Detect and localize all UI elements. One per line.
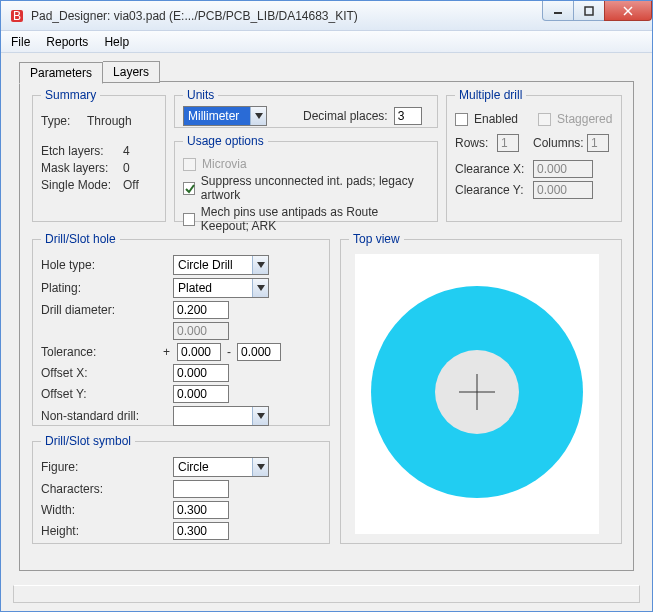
chevron-down-icon	[252, 407, 268, 425]
hole-type-combo[interactable]: Circle Drill	[173, 255, 269, 275]
app-icon: B	[9, 8, 25, 24]
multiple-drill-legend: Multiple drill	[455, 88, 526, 102]
summary-mask-value: 0	[123, 161, 130, 175]
svg-text:B: B	[13, 9, 21, 23]
plating-value: Plated	[174, 279, 252, 297]
units-group: Units Millimeter Decimal places:	[174, 88, 438, 128]
tolerance-minus-input[interactable]	[237, 343, 281, 361]
tolerance-label: Tolerance:	[41, 345, 157, 359]
figure-value: Circle	[174, 458, 252, 476]
summary-mask-label: Mask layers:	[41, 161, 117, 175]
offset-y-input[interactable]	[173, 385, 229, 403]
figure-label: Figure:	[41, 460, 167, 474]
height-input[interactable]	[173, 522, 229, 540]
chevron-down-icon	[250, 107, 266, 125]
offset-x-label: Offset X:	[41, 366, 167, 380]
units-value: Millimeter	[184, 107, 250, 125]
menu-help[interactable]: Help	[104, 35, 129, 49]
menubar: File Reports Help	[1, 31, 652, 53]
columns-input	[587, 134, 609, 152]
offset-x-input[interactable]	[173, 364, 229, 382]
window-title: Pad_Designer: via03.pad (E:.../PCB/PCB_L…	[31, 9, 358, 23]
chevron-down-icon	[252, 279, 268, 297]
clearance-y-label: Clearance Y:	[455, 183, 527, 197]
close-button[interactable]	[604, 1, 652, 21]
microvia-checkbox	[183, 158, 196, 171]
suppress-checkbox[interactable]	[183, 182, 195, 195]
suppress-label: Suppress unconnected int. pads; legacy a…	[201, 174, 429, 202]
drill-symbol-legend: Drill/Slot symbol	[41, 434, 135, 448]
microvia-label: Microvia	[202, 157, 247, 171]
summary-type-label: Type:	[41, 114, 81, 128]
summary-single-label: Single Mode:	[41, 178, 117, 192]
parameters-panel: Summary Type:Through Etch layers:4 Mask …	[19, 81, 634, 571]
hole-type-value: Circle Drill	[174, 256, 252, 274]
drill-diameter-label: Drill diameter:	[41, 303, 167, 317]
non-standard-combo[interactable]	[173, 406, 269, 426]
units-combo[interactable]: Millimeter	[183, 106, 267, 126]
usage-group: Usage options Microvia Suppress unconnec…	[174, 134, 438, 222]
figure-combo[interactable]: Circle	[173, 457, 269, 477]
clearance-x-label: Clearance X:	[455, 162, 527, 176]
mech-checkbox[interactable]	[183, 213, 195, 226]
titlebar[interactable]: B Pad_Designer: via03.pad (E:.../PCB/PCB…	[1, 1, 652, 31]
chevron-down-icon	[252, 458, 268, 476]
maximize-button[interactable]	[573, 1, 605, 21]
chevron-down-icon	[252, 256, 268, 274]
non-standard-value	[174, 407, 252, 425]
mech-label: Mech pins use antipads as Route Keepout;…	[201, 205, 429, 233]
enabled-label: Enabled	[474, 112, 518, 126]
tolerance-plus-input[interactable]	[177, 343, 221, 361]
summary-group: Summary Type:Through Etch layers:4 Mask …	[32, 88, 166, 222]
statusbar	[13, 585, 640, 603]
drill-symbol-group: Drill/Slot symbol Figure: Circle Charact…	[32, 434, 330, 544]
decimal-places-input[interactable]	[394, 107, 422, 125]
summary-single-value: Off	[123, 178, 139, 192]
svg-rect-3	[585, 7, 593, 15]
non-standard-label: Non-standard drill:	[41, 409, 167, 423]
top-view-legend: Top view	[349, 232, 404, 246]
tolerance-sep: -	[227, 345, 231, 359]
width-label: Width:	[41, 503, 167, 517]
characters-input[interactable]	[173, 480, 229, 498]
clearance-x-input	[533, 160, 593, 178]
height-label: Height:	[41, 524, 167, 538]
clearance-y-input	[533, 181, 593, 199]
staggered-checkbox	[538, 113, 551, 126]
characters-label: Characters:	[41, 482, 167, 496]
rows-label: Rows:	[455, 136, 491, 150]
summary-etch-value: 4	[123, 144, 130, 158]
top-view-preview	[355, 254, 599, 534]
tabs: Parameters Layers	[19, 61, 160, 83]
staggered-label: Staggered	[557, 112, 612, 126]
drill-diameter-2-input	[173, 322, 229, 340]
plating-label: Plating:	[41, 281, 167, 295]
width-input[interactable]	[173, 501, 229, 519]
columns-label: Columns:	[533, 136, 581, 150]
summary-legend: Summary	[41, 88, 100, 102]
enabled-checkbox[interactable]	[455, 113, 468, 126]
rows-input	[497, 134, 519, 152]
multiple-drill-group: Multiple drill Enabled Staggered Rows: C…	[446, 88, 622, 222]
plating-combo[interactable]: Plated	[173, 278, 269, 298]
summary-type-value: Through	[87, 114, 132, 128]
units-legend: Units	[183, 88, 218, 102]
top-view-group: Top view	[340, 232, 622, 544]
drill-hole-group: Drill/Slot hole Hole type: Circle Drill …	[32, 232, 330, 426]
tolerance-plus: +	[163, 345, 171, 359]
offset-y-label: Offset Y:	[41, 387, 167, 401]
summary-etch-label: Etch layers:	[41, 144, 117, 158]
menu-reports[interactable]: Reports	[46, 35, 88, 49]
drill-hole-legend: Drill/Slot hole	[41, 232, 120, 246]
tab-parameters[interactable]: Parameters	[19, 62, 103, 84]
tab-layers[interactable]: Layers	[103, 61, 160, 83]
window-controls	[543, 1, 652, 21]
hole-type-label: Hole type:	[41, 258, 167, 272]
usage-legend: Usage options	[183, 134, 268, 148]
drill-diameter-input[interactable]	[173, 301, 229, 319]
decimal-places-label: Decimal places:	[303, 109, 388, 123]
menu-file[interactable]: File	[11, 35, 30, 49]
minimize-button[interactable]	[542, 1, 574, 21]
app-window: B Pad_Designer: via03.pad (E:.../PCB/PCB…	[0, 0, 653, 612]
